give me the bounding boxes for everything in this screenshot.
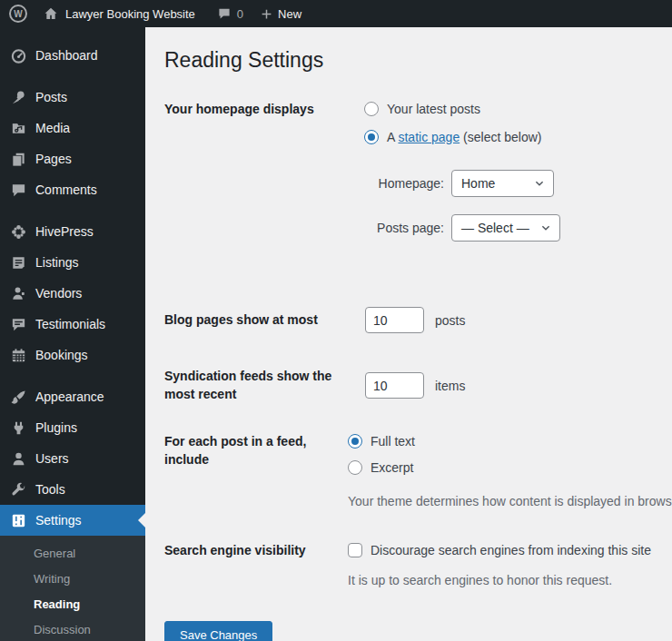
search-visibility-description: It is up to search engines to honor this… [348,573,672,589]
feed-description: Your theme determines how content is dis… [348,494,672,510]
new-content-button[interactable]: New [260,7,301,21]
save-changes-button[interactable]: Save Changes [164,621,272,641]
wordpress-logo-icon[interactable]: W [9,5,27,23]
search-visibility-label: Search engine visibility [164,542,348,560]
plus-icon [260,7,273,21]
main-content: Reading Settings Your homepage displays … [145,27,672,641]
sidebar-item-hivepress[interactable]: HivePress [0,216,145,247]
site-name-link[interactable]: Lawyer Booking Website [65,7,195,21]
static-page-link[interactable]: static page [398,130,460,144]
dashboard-icon [9,46,27,64]
sidebar-item-appearance[interactable]: Appearance [0,381,145,412]
settings-icon [9,511,27,529]
reading-settings-form: Your homepage displays Your latest posts… [164,101,672,641]
homepage-displays-label: Your homepage displays [164,101,348,119]
feed-include-row: For each post in a feed, include Full te… [164,433,672,510]
submenu-item-reading[interactable]: Reading [0,592,145,617]
pages-icon [9,150,27,168]
blog-pages-unit: posts [435,313,465,328]
submenu-item-general[interactable]: General [0,541,145,567]
radio-circle-checked-icon[interactable] [348,434,362,449]
homepage-select[interactable]: Home [451,170,554,197]
chevron-down-icon [540,222,551,233]
sidebar-item-listings[interactable]: Listings [0,247,145,278]
sidebar-item-pages[interactable]: Pages [0,143,145,174]
comment-bubble-icon [217,6,232,21]
testimonial-icon [9,315,27,333]
sidebar-item-media[interactable]: Media [0,113,145,143]
sidebar-item-tools[interactable]: Tools [0,474,145,505]
radio-latest-posts[interactable]: Your latest posts [348,101,672,117]
comment-icon [9,181,27,199]
admin-bar-comments[interactable]: 0 [217,6,243,21]
sidebar-item-dashboard[interactable]: Dashboard [0,40,145,71]
plugin-icon [9,419,27,437]
calendar-icon [9,346,27,364]
users-icon [9,449,27,468]
admin-bar: W Lawyer Booking Website 0 New [0,0,672,27]
posts-page-select-label: Posts page: [348,221,444,235]
admin-menu: Dashboard Posts Media Pages [0,27,145,536]
home-icon[interactable] [43,5,59,22]
tools-icon [9,480,27,498]
sidebar-item-users[interactable]: Users [0,443,145,474]
hivepress-icon [9,222,27,241]
homepage-select-row: Homepage: Home [348,170,672,197]
homepage-displays-row: Your homepage displays Your latest posts… [164,101,672,259]
homepage-select-label: Homepage: [348,176,444,191]
search-visibility-row: Search engine visibility Discourage sear… [164,542,672,589]
radio-static-page[interactable]: A static page (select below) [348,129,672,145]
posts-page-select[interactable]: — Select — [451,214,560,242]
comment-count: 0 [237,7,243,21]
feed-include-label: For each post in a feed, include [164,433,348,468]
appearance-icon [9,388,27,406]
syndication-input[interactable] [365,372,424,399]
blog-pages-input[interactable] [365,307,424,333]
sidebar-item-settings[interactable]: Settings [0,505,145,536]
radio-circle-checked-icon[interactable] [364,130,379,144]
posts-page-select-row: Posts page: — Select — [348,214,672,242]
page-title: Reading Settings [164,47,672,74]
vendor-icon [9,284,27,302]
media-icon [9,119,27,137]
settings-submenu: General Writing Reading Discussion [0,536,145,641]
sidebar-item-vendors[interactable]: Vendors [0,278,145,309]
syndication-unit: items [435,379,465,393]
radio-excerpt[interactable]: Excerpt [348,459,672,476]
discourage-indexing-option[interactable]: Discourage search engines from indexing … [348,542,672,558]
radio-full-text[interactable]: Full text [348,433,672,449]
blog-pages-row: Blog pages show at most posts [164,307,672,333]
chevron-down-icon [534,178,545,189]
submenu-item-discussion[interactable]: Discussion [0,617,145,641]
submenu-item-writing[interactable]: Writing [0,567,145,592]
radio-circle-icon[interactable] [348,460,362,475]
sidebar-item-testimonials[interactable]: Testimonials [0,309,145,340]
sidebar-item-posts[interactable]: Posts [0,82,145,113]
listings-icon [9,253,27,271]
admin-sidebar: Dashboard Posts Media Pages [0,27,145,641]
checkbox-icon[interactable] [348,543,362,557]
sidebar-item-plugins[interactable]: Plugins [0,412,145,443]
blog-pages-label: Blog pages show at most [164,311,348,330]
syndication-label: Syndication feeds show the most recent [164,368,348,403]
sidebar-item-bookings[interactable]: Bookings [0,340,145,370]
syndication-row: Syndication feeds show the most recent i… [164,368,672,403]
new-label: New [278,7,301,21]
radio-circle-icon[interactable] [364,102,379,116]
sidebar-item-comments[interactable]: Comments [0,174,145,205]
pin-icon [9,88,27,106]
